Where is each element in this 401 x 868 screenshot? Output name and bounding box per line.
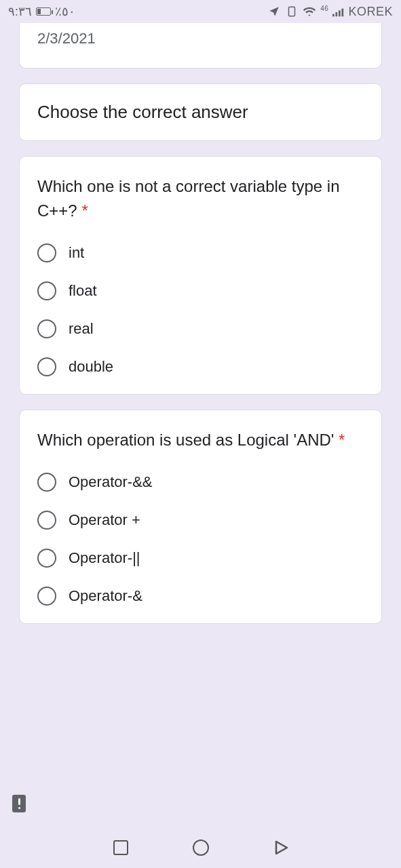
option-label: Operator-& — [69, 587, 142, 605]
location-icon — [267, 5, 281, 18]
required-asterisk: * — [81, 201, 88, 220]
question-text: Which operation is used as Logical 'AND'… — [37, 428, 364, 452]
status-bar: ٩:٣٦ ٪٥٠ 46 KOREK — [0, 0, 401, 23]
form-content: 2/3/2021 Choose the correct answer Which… — [0, 23, 401, 624]
svg-rect-4 — [341, 8, 343, 16]
question-card-2: Which operation is used as Logical 'AND'… — [19, 410, 382, 624]
radio-icon — [37, 319, 56, 338]
options-group: int float real double — [37, 243, 364, 376]
status-right: 46 KOREK — [267, 5, 393, 19]
options-group: Operator-&& Operator + Operator-|| Opera… — [37, 473, 364, 606]
radio-option[interactable]: Operator + — [37, 511, 364, 530]
wifi-icon — [303, 5, 316, 18]
status-left: ٩:٣٦ ٪٥٠ — [8, 4, 75, 19]
radio-icon — [37, 281, 56, 300]
battery-icon — [36, 7, 51, 16]
option-label: Operator-&& — [69, 473, 153, 491]
radio-option[interactable]: Operator-|| — [37, 549, 364, 568]
form-date: 2/3/2021 — [37, 30, 364, 47]
radio-option[interactable]: Operator-&& — [37, 473, 364, 492]
recent-apps-button[interactable] — [111, 838, 130, 857]
status-time: ٩:٣٦ — [8, 4, 32, 19]
rotation-lock-icon — [285, 5, 299, 18]
radio-icon — [37, 549, 56, 568]
square-icon — [113, 840, 128, 855]
question-card-1: Which one is not a correct variable type… — [19, 156, 382, 395]
option-label: Operator + — [69, 511, 140, 529]
svg-rect-0 — [289, 7, 295, 16]
option-label: real — [69, 320, 94, 338]
svg-rect-1 — [332, 14, 335, 16]
radio-option[interactable]: real — [37, 319, 364, 338]
section-title: Choose the correct answer — [37, 102, 364, 123]
date-card: 2/3/2021 — [19, 23, 382, 68]
carrier-name: KOREK — [348, 5, 393, 18]
option-label: float — [69, 282, 97, 300]
battery-percent: ٪٥٠ — [55, 4, 75, 19]
radio-option[interactable]: int — [37, 243, 364, 262]
question-text: Which one is not a correct variable type… — [37, 174, 364, 223]
android-nav-bar — [0, 827, 401, 868]
radio-icon — [37, 357, 56, 376]
network-indicator: 46 KOREK — [320, 5, 393, 19]
radio-icon — [37, 511, 56, 530]
svg-rect-3 — [339, 10, 341, 16]
back-button[interactable] — [271, 838, 290, 857]
option-label: Operator-|| — [69, 549, 140, 567]
radio-icon — [37, 473, 56, 492]
report-problem-button[interactable] — [12, 795, 26, 812]
radio-icon — [37, 587, 56, 606]
radio-option[interactable]: Operator-& — [37, 587, 364, 606]
option-label: int — [69, 244, 84, 262]
radio-option[interactable]: float — [37, 281, 364, 300]
section-card: Choose the correct answer — [19, 83, 382, 141]
svg-rect-2 — [335, 12, 337, 16]
home-button[interactable] — [191, 838, 210, 857]
required-asterisk: * — [339, 431, 345, 449]
radio-icon — [37, 243, 56, 262]
radio-option[interactable]: double — [37, 357, 364, 376]
triangle-icon — [272, 839, 290, 856]
circle-icon — [193, 840, 209, 856]
option-label: double — [69, 358, 113, 376]
exclamation-icon — [18, 798, 20, 809]
